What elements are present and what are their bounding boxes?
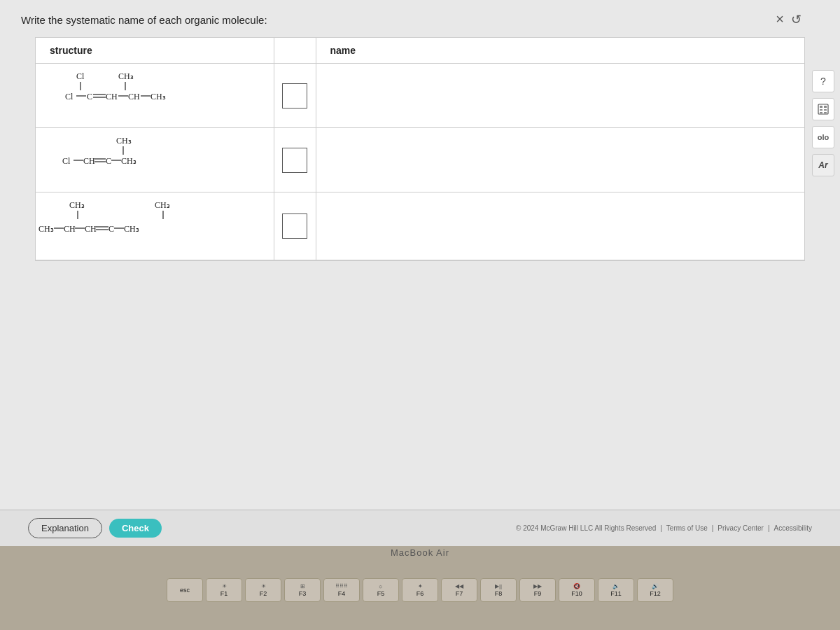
name-input-2[interactable] [316, 155, 805, 166]
key-f2[interactable]: ☀ F2 [245, 578, 281, 602]
header-name: name [316, 38, 804, 64]
right-icon-panel: ? olo Ar [812, 70, 834, 176]
svg-text:Cl: Cl [62, 156, 71, 166]
keyboard-area: MacBook Air esc ☀ F1 ☀ F2 ⊞ F3 ⠿⠿⠿ F4 ☼ … [0, 546, 840, 630]
name-cell-1[interactable] [316, 64, 804, 128]
svg-text:CH₃: CH₃ [118, 71, 134, 81]
name-cell-3[interactable] [316, 192, 804, 260]
svg-rect-1 [820, 106, 822, 108]
key-f6[interactable]: ✦ F6 [402, 578, 438, 602]
svg-text:CH₃: CH₃ [124, 224, 139, 234]
key-f3[interactable]: ⊞ F3 [284, 578, 321, 602]
svg-text:CH: CH [85, 224, 97, 234]
input-cell-3[interactable] [274, 192, 316, 260]
footer-sep-2: | [712, 524, 714, 532]
explanation-button[interactable]: Explanation [28, 518, 102, 538]
keyboard-row-function: esc ☀ F1 ☀ F2 ⊞ F3 ⠿⠿⠿ F4 ☼ F5 ✦ F6 ◀◀ F… [167, 578, 673, 602]
structure-svg-2: CH₃ Cl CH C [36, 134, 232, 186]
check-button[interactable]: Check [109, 519, 162, 538]
structure-cell-1: Cl CH₃ Cl [36, 64, 274, 128]
privacy-link[interactable]: Privacy Center [718, 524, 764, 532]
name-input-1[interactable] [316, 91, 805, 102]
table-row: Cl CH₃ Cl [36, 64, 804, 128]
answer-box-3[interactable] [282, 214, 307, 239]
table-row: CH₃ Cl CH C [36, 128, 804, 192]
svg-text:CH₃: CH₃ [121, 156, 136, 166]
footer-sep-3: | [768, 524, 770, 532]
table-row: CH₃ CH₃ CH₃ CH [36, 192, 804, 260]
table-header: structure name [36, 38, 804, 64]
svg-rect-5 [820, 112, 822, 113]
terms-link[interactable]: Terms of Use [666, 524, 708, 532]
svg-text:CH₃: CH₃ [116, 136, 132, 146]
svg-text:CH₃: CH₃ [69, 200, 85, 210]
structure-cell-3: CH₃ CH₃ CH₃ CH [36, 192, 274, 260]
input-cell-2[interactable] [274, 128, 316, 192]
svg-text:CH: CH [128, 92, 140, 102]
structure-svg-1: Cl CH₃ Cl [36, 69, 232, 122]
page-title: Write the systematic name of each organi… [21, 14, 819, 26]
structure-cell-2: CH₃ Cl CH C [36, 128, 274, 192]
svg-text:CH: CH [83, 156, 95, 166]
header-actions: × ↺ [776, 11, 802, 27]
undo-icon[interactable]: ↺ [791, 12, 802, 27]
svg-text:CH₃: CH₃ [150, 92, 166, 102]
svg-text:CH: CH [64, 224, 76, 234]
chemistry-table-panel: structure name Cl CH₃ [35, 37, 805, 261]
name-input-3[interactable] [316, 221, 805, 232]
key-f12[interactable]: 🔊 F12 [637, 578, 673, 602]
svg-rect-4 [824, 109, 827, 111]
macbook-label: MacBook Air [391, 547, 449, 558]
key-f8[interactable]: ▶|| F8 [480, 578, 517, 602]
bottom-bar: Explanation Check © 2024 McGraw Hill LLC… [0, 510, 840, 546]
svg-text:C: C [108, 224, 114, 234]
structure-svg-3: CH₃ CH₃ CH₃ CH [36, 198, 239, 254]
close-icon[interactable]: × [776, 11, 784, 27]
svg-text:CH₃: CH₃ [38, 224, 54, 234]
svg-text:Cl: Cl [76, 71, 85, 81]
key-f5[interactable]: ☼ F5 [363, 578, 399, 602]
key-esc[interactable]: esc [167, 578, 203, 602]
key-f4[interactable]: ⠿⠿⠿ F4 [323, 578, 360, 602]
input-cell-1[interactable] [274, 64, 316, 128]
svg-text:C: C [106, 156, 111, 166]
svg-text:C: C [87, 92, 92, 102]
svg-text:Cl: Cl [65, 92, 74, 102]
question-icon[interactable]: ? [812, 70, 834, 92]
key-f7[interactable]: ◀◀ F7 [441, 578, 477, 602]
svg-text:CH₃: CH₃ [155, 200, 170, 210]
accessibility-link[interactable]: Accessibility [774, 524, 812, 532]
svg-text:CH: CH [106, 92, 118, 102]
calculator-icon[interactable] [812, 98, 834, 120]
key-f1[interactable]: ☀ F1 [206, 578, 242, 602]
ar-icon[interactable]: Ar [812, 154, 834, 176]
svg-rect-2 [824, 106, 827, 108]
key-f9[interactable]: ▶▶ F9 [519, 578, 556, 602]
name-cell-2[interactable] [316, 128, 804, 192]
answer-box-2[interactable] [282, 148, 307, 173]
copyright-text: © 2024 McGraw Hill LLC All Rights Reserv… [516, 524, 656, 532]
answer-box-1[interactable] [282, 83, 307, 108]
svg-rect-6 [824, 112, 827, 113]
key-f10[interactable]: 🔇 F10 [559, 578, 595, 602]
key-f11[interactable]: 🔉 F11 [598, 578, 634, 602]
header-structure: structure [36, 38, 274, 64]
footer-sep-1: | [660, 524, 662, 532]
chart-icon[interactable]: olo [812, 126, 834, 148]
svg-rect-3 [820, 109, 822, 111]
